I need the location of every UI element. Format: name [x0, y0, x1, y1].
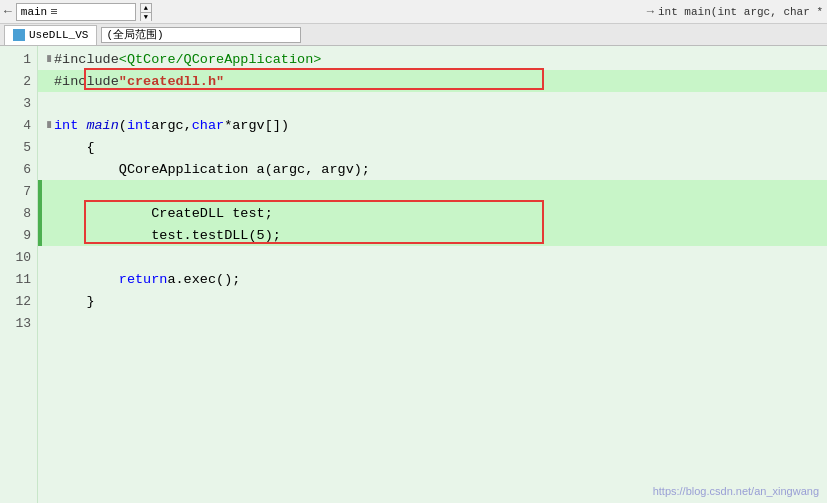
- code-11-rest: a.exec();: [167, 272, 240, 287]
- code-line-7: [38, 180, 827, 202]
- code-line-13: [38, 312, 827, 334]
- fn-main: main: [86, 118, 118, 133]
- line-numbers: 1 2 3 4 5 6 7 8 9 10 11 12 13: [0, 46, 38, 503]
- open-brace: {: [54, 140, 95, 155]
- code-line-6: QCoreApplication a(argc, argv);: [38, 158, 827, 180]
- line-num-2: 2: [0, 70, 37, 92]
- top-bar-left: ← main ▲ ▼: [4, 3, 643, 21]
- code-line-12: }: [38, 290, 827, 312]
- line-num-12: 12: [0, 290, 37, 312]
- code-9: test.testDLL(5);: [54, 228, 281, 243]
- code-area[interactable]: ∎ #include <QtCore/QCoreApplication> #in…: [38, 46, 827, 503]
- top-bar-right: → int main(int argc, char *: [647, 5, 823, 19]
- line-num-11: 11: [0, 268, 37, 290]
- watermark: https://blog.csdn.net/an_xingwang: [653, 485, 819, 497]
- tab-bar: UseDLL_VS (全局范围): [0, 24, 827, 46]
- code-line-10: [38, 246, 827, 268]
- kw-int-2: int: [127, 118, 151, 133]
- breakpoint-indicator-8: [38, 202, 42, 224]
- spinner-up[interactable]: ▲: [141, 4, 151, 13]
- arrow-right-icon: →: [647, 5, 654, 19]
- code-6: QCoreApplication a(argc, argv);: [54, 162, 370, 177]
- line-num-5: 5: [0, 136, 37, 158]
- code-line-5: {: [38, 136, 827, 158]
- line-num-8: 8: [0, 202, 37, 224]
- main-dropdown[interactable]: main: [16, 3, 136, 21]
- dropdown-arrow-icon: [51, 9, 57, 14]
- code-line-9: test.testDLL(5);: [38, 224, 827, 246]
- scope-dropdown[interactable]: (全局范围): [101, 27, 301, 43]
- include-path-2: "createdll.h": [119, 74, 224, 89]
- spinner-control[interactable]: ▲ ▼: [140, 3, 152, 21]
- navigate-back-icon[interactable]: ←: [4, 4, 12, 19]
- preprocessor-1: #include: [54, 52, 119, 67]
- line-num-7: 7: [0, 180, 37, 202]
- breakpoint-indicator-9: [38, 224, 42, 246]
- line-num-3: 3: [0, 92, 37, 114]
- include-path-1: <QtCore/QCoreApplication>: [119, 52, 322, 67]
- line-num-1: 1: [0, 48, 37, 70]
- code-line-11: return a.exec();: [38, 268, 827, 290]
- code-line-3: [38, 92, 827, 114]
- breakpoint-indicator-7: [38, 180, 42, 202]
- function-signature: int main(int argc, char *: [658, 6, 823, 18]
- code-line-2: #include "createdll.h": [38, 70, 827, 92]
- code-line-8: CreateDLL test;: [38, 202, 827, 224]
- space-4a: [78, 118, 86, 133]
- fold-marker-1[interactable]: ∎: [46, 54, 53, 65]
- top-toolbar: ← main ▲ ▼ → int main(int argc, char *: [0, 0, 827, 24]
- spinner-down[interactable]: ▼: [141, 13, 151, 21]
- fold-marker-4[interactable]: ∎: [46, 120, 53, 131]
- code-11-indent: [54, 272, 119, 287]
- file-tab[interactable]: UseDLL_VS: [4, 25, 97, 45]
- line-num-4: 4: [0, 114, 37, 136]
- file-tab-label: UseDLL_VS: [29, 29, 88, 41]
- kw-char: char: [192, 118, 224, 133]
- kw-return: return: [119, 272, 168, 287]
- line-num-13: 13: [0, 312, 37, 334]
- code-4c: *argv[]): [224, 118, 289, 133]
- scope-dropdown-label: (全局范围): [106, 27, 163, 42]
- close-brace: }: [54, 294, 95, 309]
- code-4-rest: (: [119, 118, 127, 133]
- code-line-1: ∎ #include <QtCore/QCoreApplication>: [38, 48, 827, 70]
- code-4b: argc,: [151, 118, 192, 133]
- line-num-10: 10: [0, 246, 37, 268]
- preprocessor-2: #include: [54, 74, 119, 89]
- code-8: CreateDLL test;: [54, 206, 273, 221]
- code-line-4: ∎ int main ( int argc, char *argv[]): [38, 114, 827, 136]
- file-tab-icon: [13, 29, 25, 41]
- main-dropdown-label: main: [21, 6, 47, 18]
- kw-int: int: [54, 118, 78, 133]
- code-container: 1 2 3 4 5 6 7 8 9 10 11 12 13 ∎ #include…: [0, 46, 827, 503]
- line-num-6: 6: [0, 158, 37, 180]
- line-num-9: 9: [0, 224, 37, 246]
